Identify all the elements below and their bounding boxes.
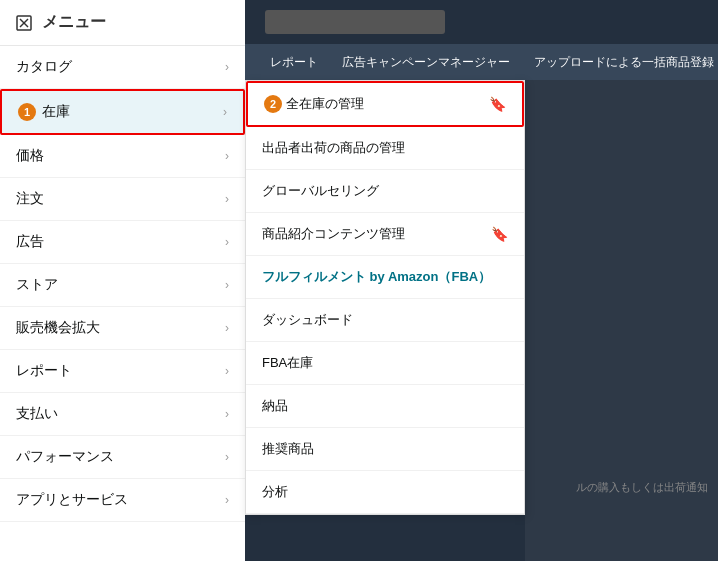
search-bar[interactable] xyxy=(265,10,445,34)
nav-item-report[interactable]: レポート xyxy=(270,54,318,71)
sidebar-header: メニュー xyxy=(0,0,245,46)
bookmark-icon: 🔖 xyxy=(489,96,506,112)
submenu-item-analytics[interactable]: 分析 xyxy=(246,471,524,514)
submenu-item-global-selling[interactable]: グローバルセリング xyxy=(246,170,524,213)
sidebar-item-report[interactable]: レポート › xyxy=(0,350,245,393)
chevron-right-icon: › xyxy=(225,149,229,163)
submenu-item-dashboard[interactable]: ダッシュボード xyxy=(246,299,524,342)
submenu-item-all-inventory-label: 全在庫の管理 xyxy=(286,95,364,113)
submenu-item-fba[interactable]: フルフィルメント by Amazon（FBA） xyxy=(246,256,524,299)
chevron-right-icon: › xyxy=(225,60,229,74)
content-area-text xyxy=(525,80,718,100)
submenu-item-analytics-label: 分析 xyxy=(262,483,288,501)
sidebar-item-order-label: 注文 xyxy=(16,190,44,208)
inventory-badge: 1 xyxy=(18,103,36,121)
sidebar: メニュー カタログ › 1 在庫 › 価格 › 注文 › 広告 xyxy=(0,0,245,561)
chevron-right-icon: › xyxy=(225,235,229,249)
bookmark-icon: 🔖 xyxy=(491,226,508,242)
nav-item-ad-campaign[interactable]: 広告キャンペーンマネージャー xyxy=(342,54,510,71)
sidebar-item-inventory-label: 在庫 xyxy=(42,103,70,121)
sidebar-item-apps-label: アプリとサービス xyxy=(16,491,128,509)
submenu-item-recommended[interactable]: 推奨商品 xyxy=(246,428,524,471)
sidebar-item-ad-label: 広告 xyxy=(16,233,44,251)
submenu-item-fba-inventory-label: FBA在庫 xyxy=(262,354,313,372)
nav-item-bulk-upload[interactable]: アップロードによる一括商品登録 xyxy=(534,54,714,71)
submenu-item-all-inventory[interactable]: 2 全在庫の管理 🔖 xyxy=(246,81,524,127)
sidebar-item-store-label: ストア xyxy=(16,276,58,294)
sidebar-item-inventory[interactable]: 1 在庫 › xyxy=(0,89,245,135)
chevron-right-icon: › xyxy=(225,407,229,421)
sidebar-item-apps[interactable]: アプリとサービス › xyxy=(0,479,245,522)
submenu-panel: 2 全在庫の管理 🔖 出品者出荷の商品の管理 グローバルセリング 商品紹介コンテ… xyxy=(245,80,525,515)
sidebar-item-catalog[interactable]: カタログ › xyxy=(0,46,245,89)
chevron-right-icon: › xyxy=(225,493,229,507)
submenu-item-product-content-label: 商品紹介コンテンツ管理 xyxy=(262,225,405,243)
submenu-item-seller-shipping[interactable]: 出品者出荷の商品の管理 xyxy=(246,127,524,170)
notice-text: ルの購入もしくは出荷通知 xyxy=(576,480,708,495)
sidebar-items-list: カタログ › 1 在庫 › 価格 › 注文 › 広告 › ストア xyxy=(0,46,245,561)
sidebar-item-performance-label: パフォーマンス xyxy=(16,448,114,466)
chevron-right-icon: › xyxy=(225,321,229,335)
sidebar-item-price-label: 価格 xyxy=(16,147,44,165)
sidebar-item-catalog-label: カタログ xyxy=(16,58,72,76)
chevron-right-icon: › xyxy=(225,364,229,378)
sidebar-item-order[interactable]: 注文 › xyxy=(0,178,245,221)
submenu-item-fba-inventory[interactable]: FBA在庫 xyxy=(246,342,524,385)
sidebar-item-sales-expand-label: 販売機会拡大 xyxy=(16,319,100,337)
chevron-right-icon: › xyxy=(223,105,227,119)
chevron-right-icon: › xyxy=(225,278,229,292)
sidebar-title: メニュー xyxy=(42,12,106,33)
sidebar-item-ad[interactable]: 広告 › xyxy=(0,221,245,264)
sidebar-item-performance[interactable]: パフォーマンス › xyxy=(0,436,245,479)
sidebar-item-sales-expand[interactable]: 販売機会拡大 › xyxy=(0,307,245,350)
submenu-item-delivery-label: 納品 xyxy=(262,397,288,415)
chevron-right-icon: › xyxy=(225,450,229,464)
submenu-badge: 2 xyxy=(264,95,282,113)
chevron-right-icon: › xyxy=(225,192,229,206)
submenu-item-dashboard-label: ダッシュボード xyxy=(262,311,353,329)
sidebar-item-report-label: レポート xyxy=(16,362,72,380)
submenu-item-recommended-label: 推奨商品 xyxy=(262,440,314,458)
close-icon[interactable] xyxy=(14,13,34,33)
sidebar-item-payment-label: 支払い xyxy=(16,405,58,423)
sidebar-item-store[interactable]: ストア › xyxy=(0,264,245,307)
submenu-item-seller-shipping-label: 出品者出荷の商品の管理 xyxy=(262,139,405,157)
inventory-label-row: 1 在庫 xyxy=(18,103,70,121)
sidebar-item-payment[interactable]: 支払い › xyxy=(0,393,245,436)
submenu-item-fba-label: フルフィルメント by Amazon（FBA） xyxy=(262,268,491,286)
sidebar-item-price[interactable]: 価格 › xyxy=(0,135,245,178)
submenu-item-delivery[interactable]: 納品 xyxy=(246,385,524,428)
all-inventory-label-row: 2 全在庫の管理 xyxy=(264,95,364,113)
submenu-item-product-content[interactable]: 商品紹介コンテンツ管理 🔖 xyxy=(246,213,524,256)
submenu-item-global-selling-label: グローバルセリング xyxy=(262,182,379,200)
